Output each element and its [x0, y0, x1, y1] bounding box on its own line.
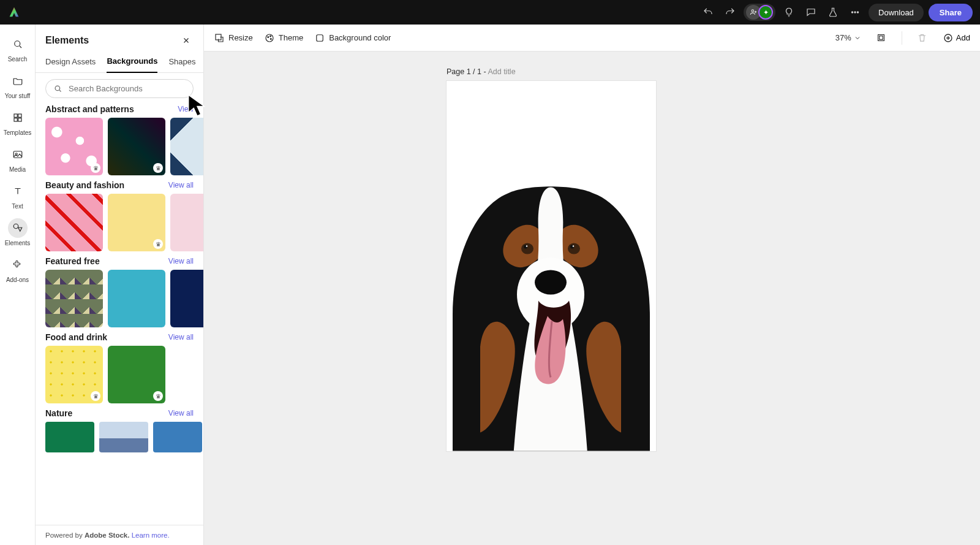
svg-point-14 — [266, 34, 273, 42]
topbar: ✦ Download Share — [0, 0, 980, 25]
panel-tabs: Design Assets Backgrounds Shapes — [36, 51, 203, 73]
rail-media-label: Media — [9, 166, 26, 173]
section-nature-title: Nature — [45, 408, 72, 418]
rail-search[interactable]: Search — [0, 33, 35, 64]
rail-media[interactable]: Media — [0, 143, 35, 174]
tab-design-assets[interactable]: Design Assets — [45, 52, 96, 72]
svg-point-16 — [270, 36, 271, 37]
fit-icon — [876, 32, 886, 43]
panel-title: Elements — [45, 35, 89, 46]
bg-thumb[interactable] — [170, 346, 203, 403]
canvas-area[interactable]: Page 1 / 1 - Add title — [204, 51, 980, 545]
bg-thumb[interactable]: ♛ — [45, 346, 103, 403]
add-title-placeholder[interactable]: Add title — [488, 67, 515, 76]
download-button[interactable]: Download — [869, 4, 924, 21]
svg-point-24 — [521, 243, 533, 254]
bg-thumb[interactable] — [45, 422, 94, 452]
rail-addons[interactable]: Add-ons — [0, 254, 35, 284]
canvas-wrap: Resize Theme Background color 37% Add — [204, 25, 980, 545]
rail-elements-label: Elements — [5, 240, 31, 246]
share-button[interactable]: Share — [929, 4, 973, 21]
svg-point-23 — [535, 270, 567, 294]
bg-thumb[interactable]: ♛ — [108, 118, 165, 175]
elements-icon — [8, 218, 28, 238]
user-avatar-icon: ✦ — [758, 5, 773, 20]
rail-your-stuff[interactable]: Your stuff — [0, 70, 35, 101]
bg-thumb[interactable] — [99, 422, 148, 452]
more-icon[interactable] — [846, 4, 864, 21]
section-food-title: Food and drink — [45, 332, 107, 342]
svg-point-28 — [526, 245, 527, 246]
bg-thumb[interactable] — [170, 270, 203, 327]
bgcolor-icon — [314, 32, 325, 44]
redo-icon[interactable] — [722, 4, 739, 21]
undo-icon[interactable] — [699, 4, 717, 21]
svg-rect-18 — [317, 34, 323, 41]
premium-badge-icon: ♛ — [153, 239, 163, 249]
toolbar-separator — [902, 31, 902, 45]
svg-rect-19 — [878, 35, 884, 41]
page-number: Page 1 / 1 - — [447, 67, 488, 76]
section-abstract-title: Abstract and patterns — [45, 104, 134, 114]
search-backgrounds[interactable] — [45, 79, 194, 98]
canvas-image-dog[interactable] — [447, 162, 656, 451]
delete-button[interactable] — [913, 29, 932, 47]
premium-badge-icon: ♛ — [91, 163, 100, 173]
bg-thumb[interactable] — [170, 118, 203, 175]
premium-badge-icon: ♛ — [91, 391, 100, 401]
bg-thumb[interactable]: ♛ — [108, 194, 165, 251]
tab-backgrounds[interactable]: Backgrounds — [107, 51, 157, 73]
close-icon — [182, 36, 190, 45]
section-beauty-viewall[interactable]: View all — [168, 181, 194, 189]
rail-elements[interactable]: Elements — [0, 217, 35, 248]
theme-button[interactable]: Theme — [264, 32, 303, 44]
search-input[interactable] — [67, 83, 186, 94]
fit-button[interactable] — [872, 29, 891, 47]
bg-thumb[interactable] — [45, 194, 103, 251]
bgcolor-button[interactable]: Background color — [314, 32, 391, 44]
panel-scroll[interactable]: Abstract and patterns View ♛ ♛ Beauty an… — [36, 104, 203, 525]
bg-thumb[interactable] — [170, 194, 203, 251]
comment-icon[interactable] — [802, 4, 820, 21]
plus-circle-icon — [943, 32, 954, 44]
main-row: Search Your stuff Templates Media Text E… — [0, 25, 980, 545]
bg-thumb[interactable] — [45, 270, 103, 327]
rail-your-stuff-label: Your stuff — [5, 93, 31, 99]
svg-rect-20 — [880, 36, 883, 40]
app-logo[interactable] — [7, 6, 21, 19]
canvas-toolbar: Resize Theme Background color 37% Add — [204, 25, 980, 51]
section-food-viewall[interactable]: View all — [168, 333, 194, 341]
rail-text-label: Text — [12, 203, 23, 210]
bg-thumb[interactable] — [108, 270, 165, 327]
add-button[interactable]: Add — [943, 32, 970, 44]
rail-templates[interactable]: Templates — [0, 107, 35, 137]
bgcolor-label: Background color — [329, 33, 391, 42]
resize-button[interactable]: Resize — [214, 32, 253, 44]
media-icon — [8, 145, 28, 164]
zoom-control[interactable]: 37% — [835, 33, 861, 42]
section-abstract-viewall[interactable]: View — [178, 105, 194, 113]
bg-thumb[interactable]: ♛ — [45, 118, 103, 175]
panel-close-button[interactable] — [179, 33, 194, 48]
rail-text[interactable]: Text — [0, 180, 35, 211]
artboard[interactable] — [447, 81, 656, 451]
svg-point-12 — [55, 86, 60, 91]
footer-brand: Adobe Stock. — [85, 532, 129, 539]
elements-panel: Elements Design Assets Backgrounds Shape… — [36, 25, 204, 545]
rail-addons-label: Add-ons — [6, 276, 29, 283]
svg-point-25 — [568, 243, 580, 254]
rail-templates-label: Templates — [4, 129, 32, 136]
page-label[interactable]: Page 1 / 1 - Add title — [447, 67, 516, 76]
footer-learn-more-link[interactable]: Learn more. — [132, 532, 170, 539]
tab-shapes[interactable]: Shapes — [168, 52, 195, 72]
section-featured-viewall[interactable]: View all — [168, 257, 194, 265]
bg-thumb[interactable]: ♛ — [108, 346, 165, 403]
lightbulb-icon[interactable] — [780, 4, 797, 21]
panel-footer: Powered by Adobe Stock. Learn more. — [36, 525, 203, 545]
bg-thumb[interactable] — [153, 422, 202, 452]
beaker-icon[interactable] — [824, 4, 842, 21]
svg-point-1 — [851, 12, 853, 13]
collaborators[interactable]: ✦ — [744, 4, 775, 21]
premium-badge-icon: ♛ — [153, 391, 163, 401]
section-nature-viewall[interactable]: View all — [168, 409, 194, 417]
